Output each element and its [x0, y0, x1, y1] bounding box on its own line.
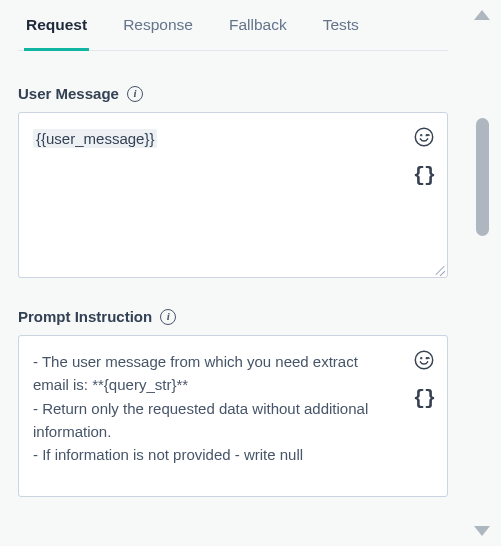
emoji-icon[interactable]	[412, 348, 436, 372]
insert-variable-icon[interactable]: {}	[412, 163, 436, 187]
template-variable-token: {{user_message}}	[33, 129, 157, 148]
resize-handle[interactable]	[433, 263, 445, 275]
tab-response[interactable]: Response	[121, 16, 195, 51]
svg-point-4	[421, 358, 422, 359]
svg-point-1	[421, 135, 422, 136]
insert-variable-icon[interactable]: {}	[412, 386, 436, 410]
user-message-section: User Message i {{user_message}} {}	[18, 85, 448, 278]
info-icon[interactable]: i	[160, 309, 176, 325]
tab-request[interactable]: Request	[24, 16, 89, 51]
svg-point-0	[415, 128, 432, 145]
prompt-instruction-content[interactable]: - The user message from which you need e…	[19, 336, 401, 496]
tab-tests[interactable]: Tests	[321, 16, 361, 51]
scroll-thumb[interactable]	[476, 118, 489, 236]
prompt-instruction-field[interactable]: - The user message from which you need e…	[18, 335, 448, 497]
tabs-bar: Request Response Fallback Tests	[18, 0, 448, 51]
prompt-instruction-label: Prompt Instruction	[18, 308, 152, 325]
prompt-instruction-section: Prompt Instruction i - The user message …	[18, 308, 448, 497]
emoji-icon[interactable]	[412, 125, 436, 149]
scroll-up-arrow-icon[interactable]	[474, 10, 490, 20]
info-icon[interactable]: i	[127, 86, 143, 102]
scroll-down-arrow-icon[interactable]	[474, 526, 490, 536]
svg-point-3	[415, 351, 432, 368]
user-message-label: User Message	[18, 85, 119, 102]
tab-fallback[interactable]: Fallback	[227, 16, 289, 51]
scrollbar	[469, 0, 495, 546]
user-message-field[interactable]: {{user_message}} {}	[18, 112, 448, 278]
user-message-content[interactable]: {{user_message}}	[19, 113, 401, 277]
